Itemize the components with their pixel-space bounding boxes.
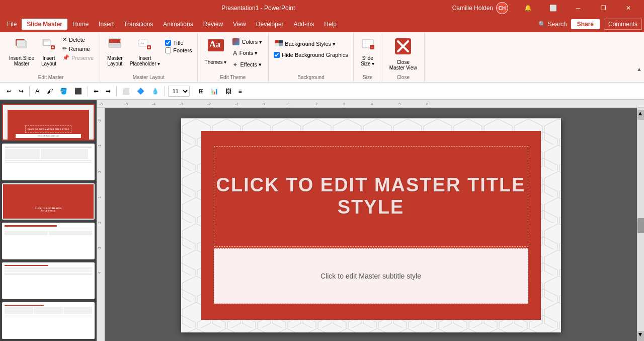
footers-check[interactable] (165, 47, 171, 53)
right-scrollbar[interactable]: ▲ ▼ (637, 108, 644, 341)
comments-button[interactable]: Comments (604, 19, 642, 30)
slide-thumb-1[interactable]: CLICK TO EDIT MASTER TITLE STYLE Click t… (2, 104, 95, 141)
delete-icon: ✕ (62, 36, 67, 43)
title-checkbox[interactable]: Title (164, 39, 193, 46)
svg-text:-1: -1 (97, 144, 102, 148)
menu-help[interactable]: Help (319, 19, 342, 30)
slide-size-btn[interactable]: ↔ SlideSize ▾ (358, 35, 378, 69)
arrange-btn[interactable]: ⬛ (72, 86, 85, 96)
master-layout-btn[interactable]: MasterLayout (104, 35, 126, 69)
hide-bg-check[interactable] (274, 52, 280, 58)
canvas-row: -2 -1 0 1 2 3 4 (97, 108, 644, 341)
svg-text:Aa: Aa (140, 42, 144, 45)
menu-slide-master[interactable]: Slide Master (22, 19, 67, 30)
align-right-btn[interactable]: ➡ (103, 86, 113, 96)
redo-btn[interactable]: ↪ (16, 86, 26, 96)
collapse-ribbon-btn[interactable]: ▲ (636, 66, 642, 72)
delete-btn[interactable]: ✕ Delete (60, 35, 96, 44)
chart-btn[interactable]: 📊 (208, 86, 221, 96)
slide-thumb-3[interactable]: CLICK TO EDIT MASTER TITLE STYLE (2, 183, 95, 220)
footers-checkbox[interactable]: Footers (164, 47, 193, 54)
toolbar-sep-5 (193, 86, 193, 96)
rename-btn[interactable]: ✏ Rename (60, 44, 96, 53)
ribbon-group-master-layout: MasterLayout Aa InsertPlaceholder ▾ Titl… (100, 33, 197, 82)
master-layout-buttons: MasterLayout Aa InsertPlaceholder ▾ Titl… (104, 35, 193, 73)
hide-bg-graphics-checkbox[interactable]: Hide Background Graphics (273, 51, 349, 58)
highlight-btn[interactable]: 🖌 (44, 86, 55, 96)
scroll-down-btn[interactable]: ▼ (637, 331, 645, 341)
slide-thumb-5[interactable] (2, 262, 95, 299)
svg-text:-4: -4 (152, 102, 156, 106)
effects-btn[interactable]: ✦ Effects ▾ (230, 60, 264, 70)
notification-icon[interactable]: 🔔 (516, 0, 539, 16)
close-master-view-icon (394, 37, 412, 58)
slide-thumb-2-inner (3, 145, 94, 180)
footers-check-label: Footers (173, 47, 192, 53)
svg-text:Aa: Aa (209, 39, 220, 49)
slide-thumb-4[interactable] (2, 223, 95, 259)
bg-styles-label: Background Styles ▾ (285, 41, 336, 47)
title-bar: Presentation1 - PowerPoint Camille Holde… (0, 0, 644, 16)
ribbon-group-edit-theme: Aa Themes ▾ Colors ▾ A Fonts ▾ ✦ (198, 33, 269, 82)
svg-text:3: 3 (97, 246, 102, 249)
table-btn[interactable]: ⊞ (196, 86, 206, 96)
menu-animations[interactable]: Animations (158, 19, 198, 30)
slide[interactable]: CLICK TO EDIT MASTER TITLE STYLE Click t… (181, 118, 561, 332)
svg-text:-2: -2 (97, 119, 102, 123)
background-styles-btn[interactable]: Background Styles ▾ (273, 39, 349, 48)
menu-transitions[interactable]: Transitions (119, 19, 158, 30)
title-check[interactable] (165, 40, 171, 46)
colors-label: Colors ▾ (242, 39, 262, 45)
undo-btn[interactable]: ↩ (4, 86, 14, 96)
insert-layout-btn[interactable]: InsertLayout (38, 35, 59, 69)
menu-file[interactable]: File (2, 19, 22, 30)
slide-thumb-6[interactable] (2, 302, 95, 339)
colors-btn[interactable]: Colors ▾ (230, 37, 264, 46)
insert-slide-master-label: Insert SlideMaster (9, 55, 34, 66)
scroll-up-btn[interactable]: ▲ (637, 110, 645, 120)
slide-subtitle-box[interactable]: Click to edit Master subtitle style (214, 248, 528, 304)
svg-text:1: 1 (288, 102, 290, 106)
quick-access-toolbar: ↩ ↪ A 🖌 🪣 ⬛ ⬅ ➡ ⬜ 🔷 💧 11 12 14 ⊞ 📊 🖼 ≡ (0, 83, 644, 100)
search-area[interactable]: 🔍 Search (538, 21, 567, 28)
themes-label: Themes ▾ (205, 59, 227, 65)
font-color-btn[interactable]: A (33, 86, 42, 96)
share-button[interactable]: Share (571, 19, 600, 29)
preserve-btn[interactable]: 📌 Preserve (60, 53, 96, 62)
theme-options: Colors ▾ A Fonts ▾ ✦ Effects ▾ (230, 35, 264, 70)
insert-slide-master-btn[interactable]: Insert SlideMaster (6, 35, 37, 69)
insert-placeholder-btn[interactable]: Aa InsertPlaceholder ▾ (127, 35, 164, 69)
slide-title-box[interactable]: CLICK TO EDIT MASTER TITLE STYLE (214, 146, 528, 247)
minimize-btn[interactable]: ─ (567, 0, 590, 16)
themes-btn[interactable]: Aa Themes ▾ (202, 35, 230, 67)
menu-developer[interactable]: Developer (251, 19, 289, 30)
effects-label: Effects ▾ (240, 61, 261, 68)
master-layout-icon (108, 37, 122, 54)
fonts-btn[interactable]: A Fonts ▾ (230, 48, 264, 58)
effects2-btn[interactable]: 💧 (149, 86, 162, 96)
svg-text:2: 2 (315, 102, 318, 106)
svg-text:-1: -1 (235, 102, 239, 106)
menu-insert[interactable]: Insert (94, 19, 119, 30)
layout-checkboxes: Title Footers (164, 35, 193, 54)
fill-btn[interactable]: 🪣 (57, 86, 70, 96)
close-master-view-btn[interactable]: CloseMaster View (386, 35, 420, 73)
font-size-select[interactable]: 11 12 14 (168, 86, 190, 97)
arrange2-btn[interactable]: 🔷 (134, 86, 147, 96)
shapes-btn[interactable]: ⬜ (120, 86, 132, 96)
search-label[interactable]: Search (548, 21, 567, 28)
menu-review[interactable]: Review (198, 19, 228, 30)
slide-title-text: CLICK TO EDIT MASTER TITLE STYLE (214, 174, 528, 218)
menu-view[interactable]: View (228, 19, 251, 30)
maximize-btn[interactable]: ❐ (592, 0, 615, 16)
image-btn[interactable]: 🖼 (223, 86, 234, 96)
close-window-btn[interactable]: ✕ (617, 0, 640, 16)
align-left-btn[interactable]: ⬅ (91, 86, 101, 96)
restore-btn[interactable]: ⬜ (541, 0, 565, 16)
menu-addins[interactable]: Add-ins (289, 19, 319, 30)
slide-thumb-2[interactable] (2, 144, 95, 180)
background-buttons: Background Styles ▾ Hide Background Grap… (273, 35, 349, 73)
menu-home[interactable]: Home (67, 19, 94, 30)
scroll-thumb[interactable] (637, 218, 645, 233)
more-btn[interactable]: ≡ (236, 86, 245, 96)
